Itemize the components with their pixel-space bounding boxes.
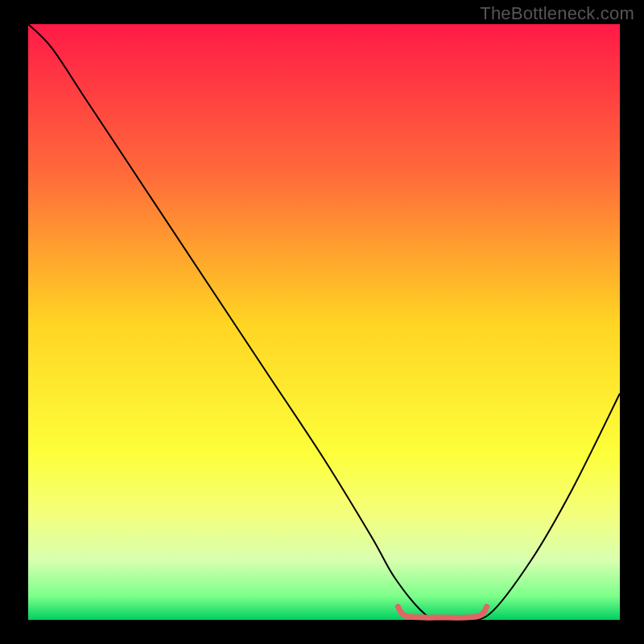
gradient-background <box>28 24 620 620</box>
bottleneck-plot <box>0 0 644 644</box>
chart-frame: TheBottleneck.com <box>0 0 644 644</box>
watermark-text: TheBottleneck.com <box>480 3 634 24</box>
